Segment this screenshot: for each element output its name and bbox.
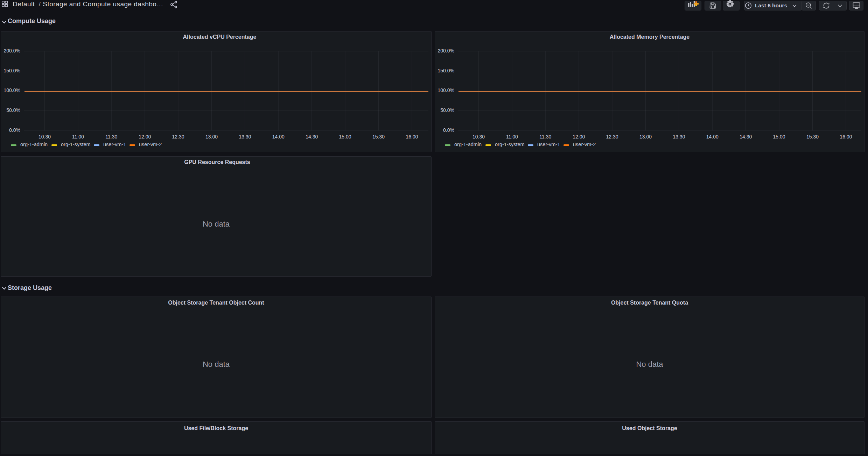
svg-text:15:00: 15:00: [773, 134, 785, 140]
svg-text:user-vm-2: user-vm-2: [139, 142, 162, 147]
svg-text:100.0%: 100.0%: [4, 87, 20, 93]
svg-text:11:00: 11:00: [72, 134, 84, 140]
svg-text:150.0%: 150.0%: [438, 68, 454, 73]
svg-text:13:00: 13:00: [205, 134, 218, 140]
svg-text:15:30: 15:30: [372, 134, 385, 140]
svg-text:13:00: 13:00: [639, 134, 652, 140]
svg-text:11:30: 11:30: [539, 134, 551, 140]
svg-text:12:30: 12:30: [172, 134, 184, 140]
svg-text:50.0%: 50.0%: [440, 107, 454, 113]
svg-text:org-1-system: org-1-system: [495, 142, 525, 147]
svg-text:16:00: 16:00: [406, 134, 418, 140]
svg-text:0.0%: 0.0%: [443, 127, 454, 133]
svg-text:12:00: 12:00: [573, 134, 585, 140]
svg-text:14:00: 14:00: [272, 134, 285, 140]
svg-text:13:30: 13:30: [239, 134, 251, 140]
svg-text:12:00: 12:00: [139, 134, 151, 140]
svg-text:10:30: 10:30: [472, 134, 485, 140]
svg-text:100.0%: 100.0%: [438, 87, 454, 93]
svg-text:org-1-admin: org-1-admin: [454, 142, 482, 147]
svg-text:12:30: 12:30: [606, 134, 618, 140]
svg-text:50.0%: 50.0%: [6, 107, 20, 113]
svg-text:14:30: 14:30: [740, 134, 752, 140]
svg-text:org-1-system: org-1-system: [61, 142, 91, 147]
svg-text:11:00: 11:00: [506, 134, 518, 140]
svg-text:13:30: 13:30: [673, 134, 685, 140]
svg-text:150.0%: 150.0%: [4, 68, 20, 73]
svg-text:15:00: 15:00: [339, 134, 351, 140]
svg-text:10:30: 10:30: [38, 134, 51, 140]
svg-text:user-vm-2: user-vm-2: [573, 142, 596, 147]
svg-text:15:30: 15:30: [806, 134, 819, 140]
svg-text:user-vm-1: user-vm-1: [537, 142, 560, 147]
svg-text:16:00: 16:00: [840, 134, 852, 140]
svg-text:14:00: 14:00: [706, 134, 719, 140]
svg-text:org-1-admin: org-1-admin: [20, 142, 48, 147]
svg-text:14:30: 14:30: [306, 134, 318, 140]
svg-text:200.0%: 200.0%: [4, 48, 20, 54]
svg-text:11:30: 11:30: [105, 134, 117, 140]
svg-text:user-vm-1: user-vm-1: [103, 142, 126, 147]
svg-text:200.0%: 200.0%: [438, 48, 454, 54]
svg-text:0.0%: 0.0%: [9, 127, 20, 133]
